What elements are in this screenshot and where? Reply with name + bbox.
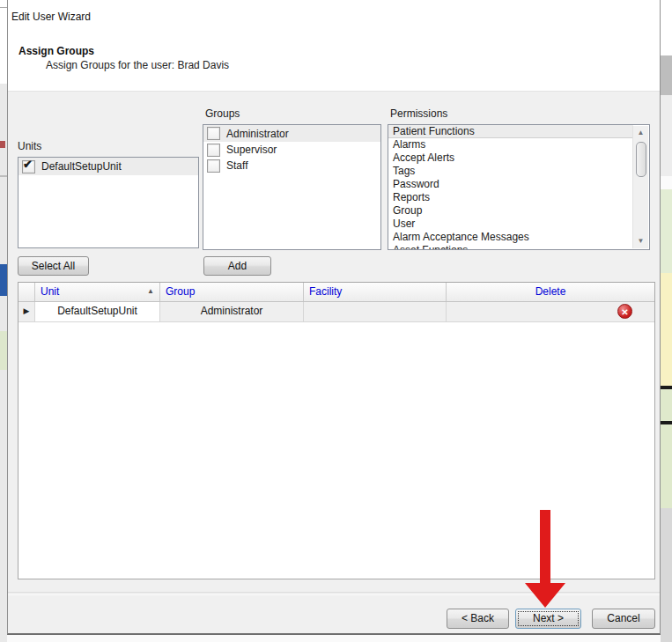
permissions-item[interactable]: Patient Functions (388, 125, 633, 138)
background-window-fragment (0, 7, 7, 8)
groups-item-label: Staff (226, 159, 247, 172)
permissions-item[interactable]: Alarm Acceptance Messages (388, 231, 633, 244)
wizard-header (8, 0, 660, 92)
permissions-item[interactable]: Password (388, 178, 633, 191)
background-window-fragment (0, 0, 7, 84)
page-title: Assign Groups (18, 45, 94, 57)
background-window-fragment (0, 264, 7, 296)
table-row[interactable]: ▶ DefaultSetupUnit Administrator ✕ (18, 302, 654, 322)
page-subtitle: Assign Groups for the user: Brad Davis (46, 59, 229, 71)
cell-group[interactable]: Administrator (160, 302, 304, 321)
background-window-fragment (0, 141, 5, 148)
background-window-fragment (0, 331, 7, 370)
permissions-item[interactable]: Asset Functions (388, 244, 633, 250)
groups-item-supervisor[interactable]: Supervisor (203, 142, 380, 158)
permissions-listbox[interactable]: Patient Functions Alarms Accept Alerts T… (388, 124, 650, 250)
background-window-fragment (661, 0, 672, 55)
table-header-unit[interactable]: Unit ▲ (35, 283, 160, 301)
scrollbar-down-icon[interactable]: ▼ (633, 234, 648, 248)
table-header-row: Unit ▲ Group Facility Delete (18, 283, 654, 302)
groups-item-label: Administrator (226, 128, 289, 140)
table-header-group[interactable]: Group (160, 283, 304, 301)
background-window-fragment (661, 95, 672, 176)
scrollbar-thumb[interactable] (636, 142, 646, 177)
background-window-fragment (661, 176, 672, 189)
annotation-arrow-shaft (540, 510, 550, 584)
units-item-defaultsetupunit[interactable]: ✔ DefaultSetupUnit (18, 158, 198, 175)
cell-delete: ✕ (447, 302, 654, 321)
background-window-fragment (661, 273, 672, 386)
groups-listbox[interactable]: Administrator Supervisor Staff (203, 124, 381, 250)
permissions-item[interactable]: Tags (388, 165, 633, 178)
permissions-item[interactable]: Reports (388, 191, 633, 204)
cell-facility[interactable] (304, 302, 447, 321)
row-selector-icon: ▶ (18, 302, 35, 321)
groups-item-staff[interactable]: Staff (203, 158, 380, 173)
dialog-bottom-edge (7, 635, 661, 642)
cancel-button[interactable]: Cancel (592, 609, 655, 629)
permissions-scrollbar[interactable]: ▲ ▼ (632, 126, 648, 248)
select-all-button[interactable]: Select All (18, 256, 89, 276)
add-button[interactable]: Add (203, 256, 271, 276)
background-window-fragment (0, 175, 7, 177)
background-window-fragment (661, 508, 672, 642)
annotation-arrow-icon (525, 583, 565, 608)
sort-ascending-icon: ▲ (147, 283, 154, 300)
permissions-item[interactable]: User (388, 218, 633, 231)
table-header-selector (18, 283, 35, 301)
background-window-fragment (661, 189, 672, 273)
permissions-label: Permissions (390, 107, 447, 120)
back-button[interactable]: < Back (447, 609, 509, 629)
units-listbox[interactable]: ✔ DefaultSetupUnit (18, 157, 199, 248)
checkbox-unchecked-icon[interactable] (207, 144, 220, 157)
assignments-table: Unit ▲ Group Facility Delete ▶ DefaultSe… (18, 282, 655, 579)
background-window-fragment (661, 424, 672, 508)
permissions-item[interactable]: Accept Alerts (388, 151, 633, 165)
next-button[interactable]: Next > (515, 609, 581, 629)
groups-label: Groups (205, 107, 240, 120)
cell-unit[interactable]: DefaultSetupUnit (35, 302, 160, 321)
checkbox-unchecked-icon[interactable] (207, 159, 220, 173)
groups-item-administrator[interactable]: Administrator (203, 125, 380, 142)
background-window-fragment (661, 389, 672, 421)
units-item-label: DefaultSetupUnit (41, 160, 122, 173)
window-title: Edit User Wizard (11, 11, 91, 23)
checkbox-unchecked-icon[interactable] (207, 127, 220, 140)
table-header-delete[interactable]: Delete (447, 283, 654, 301)
checkbox-checked-icon[interactable]: ✔ (22, 160, 35, 173)
table-header-facility[interactable]: Facility (304, 283, 447, 301)
permissions-item[interactable]: Group (388, 204, 633, 218)
background-window-fragment (661, 55, 672, 95)
scrollbar-up-icon[interactable]: ▲ (633, 126, 648, 140)
groups-item-label: Supervisor (226, 144, 277, 156)
units-label: Units (18, 140, 41, 152)
permissions-item[interactable]: Alarms (388, 138, 633, 151)
delete-icon[interactable]: ✕ (617, 304, 632, 319)
screen: Edit User Wizard Assign Groups Assign Gr… (0, 0, 672, 642)
